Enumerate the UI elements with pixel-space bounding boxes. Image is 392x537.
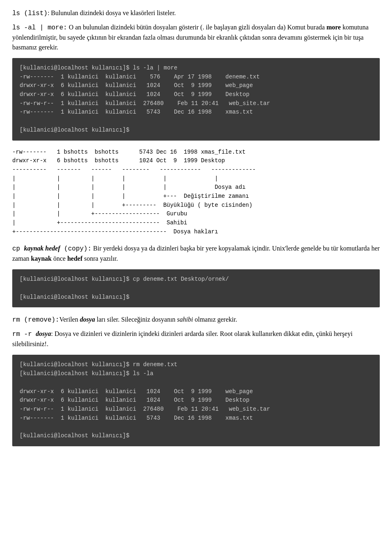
cp-hedef: hedef: [45, 245, 60, 252]
rm-r-description: rm -r dosya: Dosya ve dizinleri ve dizin…: [12, 329, 380, 349]
cp-description: cp kaynak hedef (copy): Bir yerdeki dosy…: [12, 244, 380, 264]
cp-copy-code: (copy):: [60, 245, 91, 253]
cp-kaynak2: kaynak: [31, 255, 52, 262]
ls-al-text1: O an bulunulan dizindeki bütün dosyaları…: [69, 24, 326, 31]
more-bold: more: [326, 24, 341, 31]
rm-r-dosya: dosya: [36, 330, 51, 337]
ls-desc-text: : Bulunulan dizindeki dosya ve klasörler…: [47, 9, 176, 16]
ls-al-description: ls -al | more: O an bulunulan dizindeki …: [12, 22, 380, 52]
cp-text2: sonra yazılır.: [82, 255, 118, 262]
rm-r-text: : Dosya ve dizinleri ve dizinlerin içind…: [12, 330, 352, 347]
rm-text1: Verilen: [59, 316, 80, 323]
ls-command-code: ls (list): [12, 10, 47, 17]
rm-r-code: rm -r: [12, 331, 36, 338]
terminal-3: [kullanici@localhost kullanıcı]$ rm dene…: [12, 355, 380, 446]
cp-kaynak: kaynak: [24, 245, 44, 252]
rm-command-code: rm (remove):: [12, 316, 59, 324]
rm-sahibi: sahibi: [177, 316, 193, 323]
rm-description: rm (remove):Verilen dosya ları siler. Si…: [12, 315, 380, 325]
terminal-2: [kullanici@localhost kullanıcı]$ cp dene…: [12, 269, 380, 307]
cp-command-code: cp: [12, 245, 24, 253]
ls-description: ls (list): Bulunulan dizindeki dosya ve …: [12, 8, 380, 18]
cp-once: önce: [51, 255, 67, 262]
terminal-1: [kullanici@localhost kullanıcı]$ ls -la …: [12, 58, 380, 141]
rm-text2: ları siler. Sileceğiniz dosyanın: [95, 316, 177, 323]
ls-al-code: ls -al | more:: [12, 24, 67, 31]
rm-text3: olmanız gerekir.: [193, 316, 237, 323]
cp-hedef2: hedef: [67, 255, 82, 262]
rm-dosya: dosya: [80, 316, 95, 323]
ls-diagram: -rw------- 1 bshotts bshotts 5743 Dec 16…: [12, 148, 380, 237]
